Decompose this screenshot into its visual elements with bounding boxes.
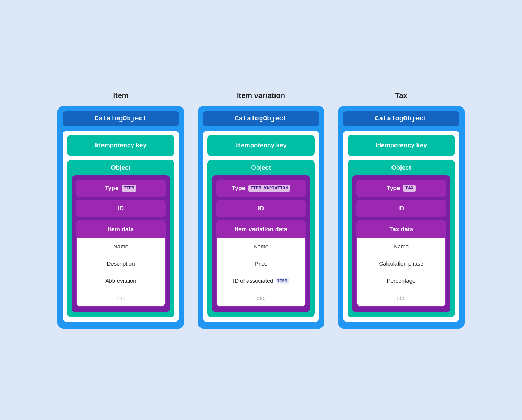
- inner-card-item: Idempotency keyObjectTypeITEMIDItem data…: [63, 131, 179, 322]
- purple-box-item: TypeITEMIDItem dataNameDescriptionAbbrev…: [72, 175, 170, 312]
- data-header-item-variation: Item variation data: [217, 221, 305, 238]
- column-title-item-variation: Item variation: [237, 91, 285, 100]
- data-fields-item: NameDescriptionAbbreviationetc.: [77, 238, 165, 306]
- object-box-tax: ObjectTypeTAXIDTax dataNameCalculation p…: [348, 160, 455, 317]
- data-fields-tax: NameCalculation phasePercentageetc.: [357, 238, 445, 306]
- data-field-item-1: Description: [77, 255, 165, 272]
- column-title-tax: Tax: [395, 91, 408, 100]
- id-row-item: ID: [76, 200, 166, 217]
- catalog-object-label-tax: CatalogObject: [343, 111, 459, 126]
- etc-field-item: etc.: [77, 289, 165, 306]
- data-fields-item-variation: NamePriceID of associatedITEMetc.: [217, 238, 305, 306]
- etc-field-item-variation: etc.: [217, 289, 305, 306]
- data-header-tax: Tax data: [357, 221, 445, 238]
- type-badge-tax: TAX: [403, 185, 416, 192]
- idempotency-row-item-variation: Idempotency key: [207, 135, 315, 156]
- data-field-item-variation-0: Name: [217, 238, 305, 255]
- assoc-field-text-item-variation: ID of associated: [233, 278, 273, 284]
- column-title-item: Item: [113, 91, 128, 100]
- object-label-item: Object: [72, 164, 170, 172]
- column-item-variation: Item variationCatalogObjectIdempotency k…: [198, 91, 324, 329]
- data-section-item: Item dataNameDescriptionAbbreviationetc.: [76, 220, 166, 307]
- type-row-item: TypeITEM: [76, 180, 166, 197]
- idempotency-row-tax: Idempotency key: [348, 135, 455, 156]
- inner-card-item-variation: Idempotency keyObjectTypeITEM_VARIATIONI…: [203, 131, 319, 322]
- column-tax: TaxCatalogObjectIdempotency keyObjectTyp…: [338, 91, 465, 329]
- object-label-item-variation: Object: [212, 164, 310, 172]
- type-row-tax: TypeTAX: [356, 180, 446, 197]
- id-row-item-variation: ID: [216, 200, 306, 217]
- data-header-item: Item data: [77, 221, 165, 238]
- catalog-object-box-item: CatalogObjectIdempotency keyObjectTypeIT…: [57, 106, 184, 329]
- data-field-item-variation-1: Price: [217, 255, 305, 272]
- id-row-tax: ID: [356, 200, 446, 217]
- type-row-item-variation: TypeITEM_VARIATION: [216, 180, 306, 197]
- assoc-field-badge-item-variation: ITEM: [276, 278, 289, 284]
- type-badge-item: ITEM: [122, 185, 137, 192]
- purple-box-item-variation: TypeITEM_VARIATIONIDItem variation dataN…: [212, 175, 310, 312]
- column-item: ItemCatalogObjectIdempotency keyObjectTy…: [57, 91, 184, 329]
- data-field-tax-0: Name: [357, 238, 445, 255]
- type-label-tax: Type: [387, 185, 400, 192]
- type-label-item-variation: Type: [232, 185, 245, 192]
- data-field-tax-1: Calculation phase: [357, 255, 445, 272]
- catalog-object-label-item: CatalogObject: [63, 111, 179, 126]
- data-field-tax-2: Percentage: [357, 272, 445, 289]
- data-section-tax: Tax dataNameCalculation phasePercentagee…: [356, 220, 446, 307]
- object-box-item: ObjectTypeITEMIDItem dataNameDescription…: [67, 160, 174, 317]
- object-box-item-variation: ObjectTypeITEM_VARIATIONIDItem variation…: [207, 160, 315, 317]
- type-badge-item-variation: ITEM_VARIATION: [248, 185, 290, 192]
- purple-box-tax: TypeTAXIDTax dataNameCalculation phasePe…: [352, 175, 450, 312]
- catalog-object-label-item-variation: CatalogObject: [203, 111, 319, 126]
- etc-field-tax: etc.: [357, 289, 445, 306]
- object-label-tax: Object: [352, 164, 450, 172]
- data-field-item-2: Abbreviation: [77, 272, 165, 289]
- type-label-item: Type: [105, 185, 119, 192]
- catalog-object-box-tax: CatalogObjectIdempotency keyObjectTypeTA…: [338, 106, 465, 329]
- catalog-object-box-item-variation: CatalogObjectIdempotency keyObjectTypeIT…: [198, 106, 324, 329]
- assoc-field-item-variation: ID of associatedITEM: [217, 272, 305, 289]
- idempotency-row-item: Idempotency key: [67, 135, 174, 156]
- inner-card-tax: Idempotency keyObjectTypeTAXIDTax dataNa…: [343, 131, 459, 322]
- data-section-item-variation: Item variation dataNamePriceID of associ…: [216, 220, 306, 307]
- diagram-container: ItemCatalogObjectIdempotency keyObjectTy…: [57, 91, 465, 329]
- data-field-item-0: Name: [77, 238, 165, 255]
